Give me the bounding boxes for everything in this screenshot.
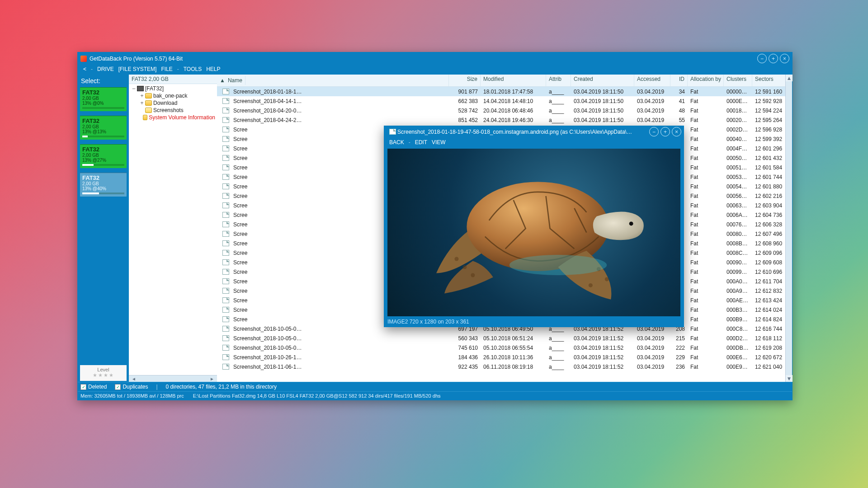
volume-item[interactable]: FAT322,00 GB13% @13% <box>80 116 127 140</box>
drive-icon <box>137 86 144 91</box>
volume-size: 2,00 GB <box>82 153 124 158</box>
preview-view[interactable]: VIEW <box>430 139 448 146</box>
file-icon <box>222 278 229 284</box>
list-vscroll[interactable]: ▲ ▼ <box>785 75 792 382</box>
scroll-up-icon[interactable]: ▲ <box>786 75 793 81</box>
level-stars: ★★★★ <box>81 372 126 378</box>
window-maximize-button[interactable]: + <box>769 54 778 63</box>
cell-attrib: a____ <box>546 335 571 342</box>
window-minimize-button[interactable]: − <box>757 54 767 63</box>
titlebar[interactable]: GetDataBack Pro (Version 5.57) 64-Bit − … <box>78 52 792 65</box>
list-headers[interactable]: ▲Name Size Modified Attrib Created Acces… <box>217 75 792 87</box>
preview-close-button[interactable]: × <box>672 127 681 136</box>
duplicates-checkbox[interactable]: ✓ Duplicates <box>115 384 148 390</box>
file-icon <box>222 288 229 294</box>
hdr-name[interactable]: ▲Name <box>217 75 449 86</box>
cell-size: 184 436 <box>449 354 481 361</box>
volume-item[interactable]: FAT322,00 GB13% @0% <box>80 87 127 111</box>
file-icon <box>222 193 229 199</box>
file-icon <box>222 174 229 180</box>
cell-clusters: 00056… <box>724 193 752 199</box>
tree-header: FAT32 2,00 GB <box>129 75 217 84</box>
hdr-created[interactable]: Created <box>571 75 634 86</box>
cell-modified: 26.10.2018 10:11:36 <box>481 354 546 361</box>
hdr-size[interactable]: Size <box>449 75 481 86</box>
tree-item[interactable]: +Download <box>129 99 217 107</box>
volume-size: 2,00 GB <box>82 96 124 101</box>
preview-footer: IMAGE2 720 x 1280 on 203 x 361 <box>384 317 684 327</box>
preview-edit[interactable]: EDIT <box>413 139 429 146</box>
tree-item[interactable]: +bak_one-pack <box>129 92 217 99</box>
scroll-left-icon[interactable]: ◄ <box>130 376 138 381</box>
tree-expand-icon[interactable]: + <box>139 100 145 106</box>
hdr-modified[interactable]: Modified <box>481 75 546 86</box>
file-icon <box>222 108 229 113</box>
preview-minimize-button[interactable]: − <box>649 127 659 136</box>
cell-alloc: Fat <box>688 193 724 199</box>
cell-alloc: Fat <box>688 269 724 275</box>
cell-id: 229 <box>670 354 688 361</box>
app-icon <box>80 56 87 62</box>
file-icon <box>222 98 229 104</box>
table-row[interactable]: Screenshot_2018-01-18-1…901 87718.01.201… <box>217 87 792 96</box>
cell-alloc: Fat <box>688 326 724 332</box>
cell-clusters: 0008C… <box>724 250 752 256</box>
cell-attrib: a____ <box>546 108 571 114</box>
cell-alloc: Fat <box>688 202 724 209</box>
hdr-clusters[interactable]: Clusters <box>724 75 752 86</box>
table-row[interactable]: Screenshot_2018-04-20-0…528 74220.04.201… <box>217 106 792 115</box>
table-row[interactable]: Screenshot_2018-04-24-2…851 45224.04.201… <box>217 115 792 125</box>
cell-created: 03.04.2019 18:11:52 <box>571 335 634 342</box>
file-icon <box>222 212 229 218</box>
cell-id: 236 <box>670 364 688 370</box>
menu-file[interactable]: FILE <box>159 66 174 73</box>
file-icon <box>222 354 229 360</box>
table-row[interactable]: Screenshot_2018-10-05-0…560 34305.10.201… <box>217 333 792 343</box>
hdr-id[interactable]: ID <box>670 75 688 86</box>
tree-item[interactable]: System Volume Information <box>129 114 217 121</box>
window-close-button[interactable]: × <box>780 54 789 63</box>
menu-help[interactable]: HELP <box>204 66 222 73</box>
menu-back[interactable]: < <box>81 66 88 73</box>
tree-root[interactable]: – [FAT32] <box>129 85 217 92</box>
table-row[interactable]: Screenshot_2018-10-05-0…745 61005.10.201… <box>217 343 792 352</box>
tree-expand-icon[interactable]: + <box>139 93 145 99</box>
file-icon <box>222 364 229 370</box>
hdr-alloc[interactable]: Allocation by <box>688 75 724 86</box>
scroll-down-icon[interactable]: ▼ <box>786 375 793 382</box>
svg-point-2 <box>455 257 459 261</box>
cell-modified: 18.01.2018 17:47:58 <box>481 89 546 95</box>
cell-accessed: 03.04.2019 <box>634 108 670 114</box>
table-row[interactable]: Screenshot_2018-10-26-1…184 43626.10.201… <box>217 352 792 362</box>
table-row[interactable]: Screenshot_2018-11-06-1…922 43506.11.201… <box>217 362 792 371</box>
cell-created: 03.04.2019 18:11:50 <box>571 89 634 95</box>
cell-name: Screenshot_2018-04-14-1… <box>231 98 304 104</box>
cell-alloc: Fat <box>688 335 724 342</box>
hdr-accessed[interactable]: Accessed <box>634 75 670 86</box>
hdr-attrib[interactable]: Attrib <box>546 75 571 86</box>
menu-filesystem[interactable]: [FILE SYSTEM] <box>117 66 159 73</box>
cell-name: Scree <box>231 250 250 256</box>
volume-item[interactable]: FAT322,00 GB13% @27% <box>80 144 127 168</box>
table-row[interactable]: Screenshot_2018-04-14-1…662 38314.04.201… <box>217 96 792 106</box>
tree-body[interactable]: – [FAT32] +bak_one-pack+DownloadScreensh… <box>129 84 217 375</box>
preview-window[interactable]: Screenshot_2018-01-18-19-47-58-018_com.i… <box>384 126 684 327</box>
preview-back[interactable]: BACK <box>387 139 406 146</box>
volume-item[interactable]: FAT322,00 GB13% @40% <box>80 173 127 197</box>
cell-alloc: Fat <box>688 108 724 114</box>
preview-titlebar[interactable]: Screenshot_2018-01-18-19-47-58-018_com.i… <box>384 126 684 138</box>
tree-item[interactable]: Screenshots <box>129 107 217 114</box>
cell-name: Scree <box>231 259 250 266</box>
tree-hscroll[interactable]: ◄ ► <box>129 375 217 382</box>
cell-created: 03.04.2019 18:11:50 <box>571 98 634 104</box>
deleted-checkbox[interactable]: ✓ Deleted <box>80 384 107 390</box>
cell-accessed: 03.04.2019 <box>634 354 670 361</box>
cell-clusters: 00020… <box>724 117 752 123</box>
menu-tools[interactable]: TOOLS <box>182 66 203 73</box>
menu-drive[interactable]: DRIVE <box>95 66 116 73</box>
cell-size: 560 343 <box>449 335 481 342</box>
tree-collapse-icon[interactable]: – <box>131 85 137 92</box>
scroll-right-icon[interactable]: ► <box>208 376 216 381</box>
preview-maximize-button[interactable]: + <box>660 127 670 136</box>
cell-name: Screenshot_2018-10-05-0… <box>231 326 304 332</box>
